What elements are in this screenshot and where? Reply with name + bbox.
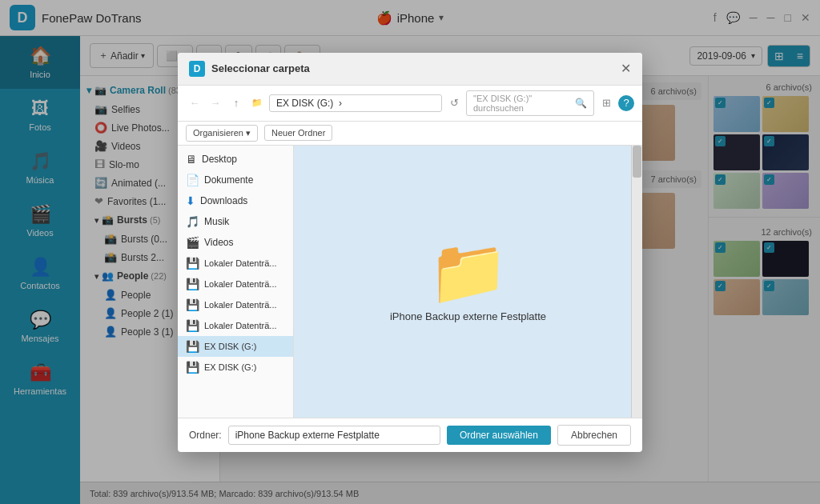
dialog-close-button[interactable]: ✕ bbox=[621, 61, 631, 76]
desktop-label: Desktop bbox=[202, 154, 237, 165]
nav-refresh-button[interactable]: ↺ bbox=[445, 94, 463, 112]
scrollbar-thumb[interactable] bbox=[633, 146, 641, 178]
dialog-logo: D bbox=[189, 61, 205, 77]
lokaler1-icon: 💾 bbox=[186, 257, 199, 270]
musik-icon: 🎵 bbox=[186, 215, 199, 228]
search-icon: 🔍 bbox=[575, 98, 587, 109]
dialog-sidebar: 🖥 Desktop 📄 Dokumente ⬇ Downloads 🎵 Musi… bbox=[178, 146, 294, 418]
dialog-titlebar: D Seleccionar carpeta ✕ bbox=[178, 53, 642, 86]
dialog-sidebar-desktop[interactable]: 🖥 Desktop bbox=[178, 149, 293, 170]
new-folder-button[interactable]: Neuer Ordner bbox=[264, 125, 332, 141]
dialog-sidebar-lokaler1[interactable]: 💾 Lokaler Datenträ... bbox=[178, 253, 293, 274]
dokumente-icon: 📄 bbox=[186, 174, 199, 186]
dialog-sidebar-dokumente[interactable]: 📄 Dokumente bbox=[178, 170, 293, 190]
organize-button[interactable]: Organisieren ▾ bbox=[186, 125, 258, 142]
big-folder-label: iPhone Backup externe Festplatte bbox=[390, 310, 546, 322]
desktop-icon: 🖥 bbox=[186, 153, 197, 166]
dialog-body: 🖥 Desktop 📄 Dokumente ⬇ Downloads 🎵 Musi… bbox=[178, 146, 642, 418]
dialog-overlay: D Seleccionar carpeta ✕ ← → ↑ 📁 EX DISK … bbox=[0, 0, 820, 504]
cancel-button[interactable]: Abbrechen bbox=[557, 425, 631, 446]
exdisk1-icon: 💾 bbox=[186, 340, 199, 353]
dialog-sidebar-videos[interactable]: 🎬 Videos bbox=[178, 232, 293, 253]
folder-select-dialog: D Seleccionar carpeta ✕ ← → ↑ 📁 EX DISK … bbox=[178, 53, 642, 452]
nav-search[interactable]: "EX DISK (G:)" durchsuchen 🔍 bbox=[466, 90, 594, 116]
search-placeholder: "EX DISK (G:)" durchsuchen bbox=[473, 94, 572, 113]
dialog-sidebar-lokaler2[interactable]: 💾 Lokaler Datenträ... bbox=[178, 274, 293, 294]
folder-label: Ordner: bbox=[189, 430, 222, 441]
nav-view-button[interactable]: ⊞ bbox=[597, 94, 615, 112]
dialog-videos-label: Videos bbox=[204, 237, 233, 248]
exdisk2-icon: 💾 bbox=[186, 361, 199, 374]
scrollbar[interactable] bbox=[631, 146, 642, 418]
dialog-nav: ← → ↑ 📁 EX DISK (G:) › ↺ "EX DISK (G:)" … bbox=[178, 86, 642, 122]
lokaler3-label: Lokaler Datenträ... bbox=[204, 300, 277, 310]
dialog-footer: Ordner: Ordner auswählen Abbrechen bbox=[178, 418, 642, 452]
select-folder-button[interactable]: Ordner auswählen bbox=[447, 426, 551, 445]
downloads-icon: ⬇ bbox=[186, 194, 195, 207]
lokaler2-label: Lokaler Datenträ... bbox=[204, 279, 277, 289]
dialog-sidebar-musik[interactable]: 🎵 Musik bbox=[178, 211, 293, 232]
dialog-title: Seleccionar carpeta bbox=[211, 62, 621, 74]
nav-back-button[interactable]: ← bbox=[186, 94, 203, 112]
exdisk1-label: EX DISK (G:) bbox=[204, 342, 256, 351]
big-folder-icon: 📁 bbox=[428, 240, 508, 304]
lokaler3-icon: 💾 bbox=[186, 298, 199, 311]
dialog-main: 📁 iPhone Backup externe Festplatte bbox=[294, 146, 642, 418]
nav-path: EX DISK (G:) › bbox=[269, 94, 442, 112]
nav-forward-button[interactable]: → bbox=[207, 94, 224, 112]
musik-label: Musik bbox=[204, 216, 229, 227]
lokaler4-label: Lokaler Datenträ... bbox=[204, 321, 277, 330]
dialog-sidebar-lokaler4[interactable]: 💾 Lokaler Datenträ... bbox=[178, 315, 293, 336]
dialog-sidebar-exdisk2[interactable]: 💾 EX DISK (G:) bbox=[178, 357, 293, 378]
lokaler4-icon: 💾 bbox=[186, 319, 199, 332]
dialog-sidebar-exdisk1[interactable]: 💾 EX DISK (G:) bbox=[178, 336, 293, 357]
dokumente-label: Dokumente bbox=[204, 174, 253, 186]
dialog-sidebar-downloads[interactable]: ⬇ Downloads bbox=[178, 190, 293, 211]
lokaler1-label: Lokaler Datenträ... bbox=[204, 258, 277, 268]
dialog-sidebar-lokaler3[interactable]: 💾 Lokaler Datenträ... bbox=[178, 294, 293, 315]
downloads-label: Downloads bbox=[200, 195, 247, 206]
lokaler2-icon: 💾 bbox=[186, 278, 199, 290]
nav-folder-button[interactable]: 📁 bbox=[248, 94, 266, 112]
dialog-toolbar: Organisieren ▾ Neuer Ordner bbox=[178, 122, 642, 146]
big-folder[interactable]: 📁 iPhone Backup externe Festplatte bbox=[390, 240, 546, 322]
exdisk2-label: EX DISK (G:) bbox=[204, 362, 256, 372]
dialog-videos-icon: 🎬 bbox=[186, 236, 199, 249]
folder-input[interactable] bbox=[228, 426, 440, 445]
nav-up-button[interactable]: ↑ bbox=[227, 94, 245, 112]
nav-help-button[interactable]: ? bbox=[618, 95, 634, 111]
path-text: EX DISK (G:) › bbox=[276, 98, 342, 109]
